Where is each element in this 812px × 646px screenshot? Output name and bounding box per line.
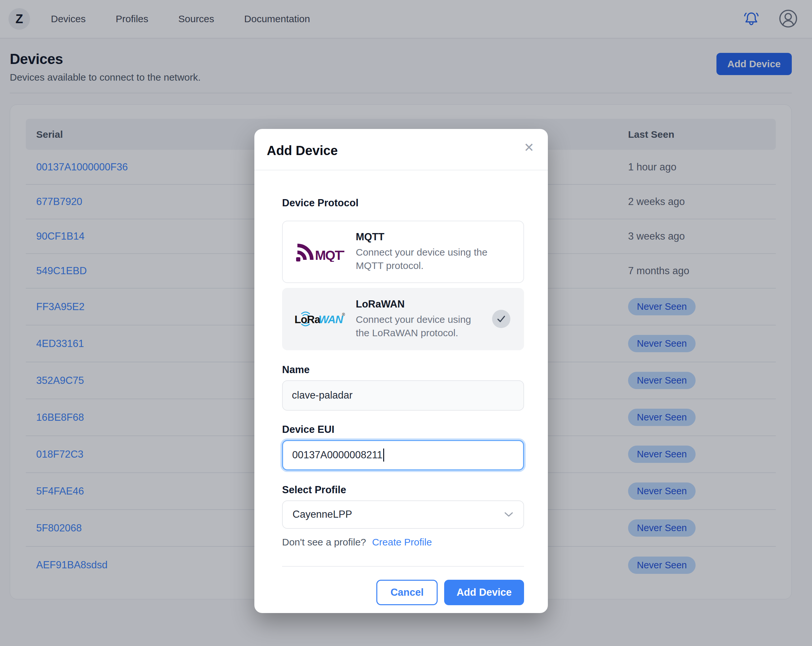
protocol-description: Connect your device using the MQTT proto…	[356, 245, 512, 272]
create-profile-link[interactable]: Create Profile	[372, 537, 432, 547]
cancel-button[interactable]: Cancel	[376, 580, 438, 605]
profile-select[interactable]: CayenneLPP	[282, 501, 524, 529]
svg-text:®: ®	[342, 312, 345, 317]
modal-header: Add Device ✕	[254, 129, 548, 170]
lorawan-logo: LoRa WAN ®	[294, 309, 346, 329]
modal-title: Add Device	[267, 143, 533, 158]
chevron-down-icon	[504, 508, 514, 520]
svg-text:LoRa: LoRa	[295, 313, 321, 325]
name-input[interactable]: clave-paladar	[282, 380, 524, 411]
svg-text:MQTT: MQTT	[315, 248, 344, 262]
close-icon[interactable]: ✕	[524, 141, 534, 154]
profile-helper-text: Don't see a profile?	[282, 537, 366, 547]
add-device-modal: Add Device ✕ Device Protocol MQTT MQTT C…	[254, 129, 548, 613]
name-input-value: clave-paladar	[292, 389, 353, 401]
device-eui-input[interactable]: 00137A0000008211	[282, 440, 524, 470]
selected-check-icon	[492, 310, 510, 328]
mqtt-logo: MQTT	[294, 242, 346, 262]
protocol-name: LoRaWAN	[356, 299, 482, 310]
device-eui-input-value: 00137A0000008211	[292, 449, 383, 461]
select-profile-label: Select Profile	[282, 484, 524, 496]
svg-text:WAN: WAN	[319, 313, 343, 325]
text-cursor	[383, 449, 384, 462]
protocol-name: MQTT	[356, 231, 512, 243]
protocol-option-mqtt[interactable]: MQTT MQTT Connect your device using the …	[282, 220, 524, 283]
device-eui-label: Device EUI	[282, 424, 524, 435]
profile-select-value: CayenneLPP	[293, 508, 352, 520]
name-label: Name	[282, 364, 524, 376]
protocol-description: Connect your device using the LoRaWAN pr…	[356, 313, 482, 340]
modal-add-device-button[interactable]: Add Device	[444, 580, 524, 605]
device-protocol-label: Device Protocol	[282, 197, 524, 209]
protocol-option-lorawan[interactable]: LoRa WAN ® LoRaWAN Connect your device u…	[282, 288, 524, 350]
